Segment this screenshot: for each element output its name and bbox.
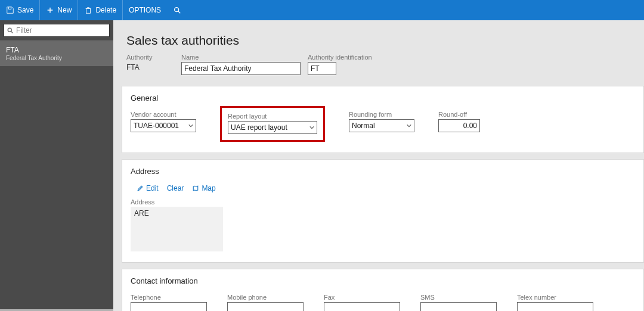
chevron-down-icon: [188, 123, 193, 128]
telephone-input[interactable]: [131, 302, 207, 311]
map-label: Map: [202, 184, 215, 192]
svg-line-9: [11, 32, 13, 33]
general-card: General Vendor account TUAE-000001 Repor…: [122, 86, 644, 153]
new-button[interactable]: New: [40, 0, 78, 20]
delete-button[interactable]: Delete: [78, 0, 123, 20]
report-value: UAE report layout: [231, 123, 287, 132]
options-button[interactable]: OPTIONS: [123, 0, 167, 20]
rounding-form-label: Rounding form: [349, 111, 414, 118]
address-textarea[interactable]: ARE: [131, 207, 223, 251]
fax-label: Fax: [324, 294, 400, 301]
rounding-form-value: Normal: [352, 122, 375, 130]
mobile-label: Mobile phone: [227, 294, 304, 301]
svg-point-6: [175, 8, 179, 12]
telephone-label: Telephone: [131, 294, 207, 301]
save-icon: [6, 6, 14, 14]
id-label: Authority identification: [308, 54, 372, 61]
address-label: Address: [131, 198, 635, 206]
page-title: Sales tax authorities: [113, 20, 644, 54]
clear-link[interactable]: Clear: [167, 184, 184, 192]
map-link[interactable]: Map: [192, 184, 215, 192]
name-input[interactable]: [181, 62, 301, 75]
rounding-form-select[interactable]: Normal: [349, 119, 414, 132]
appbar-search-button[interactable]: [167, 0, 187, 20]
pencil-icon: [137, 185, 144, 192]
vendor-select[interactable]: TUAE-000001: [131, 119, 196, 132]
search-icon: [7, 27, 14, 34]
name-label: Name: [181, 54, 301, 61]
svg-line-7: [178, 11, 181, 14]
sidebar-item-fta[interactable]: FTA Federal Tax Authority: [0, 41, 113, 66]
trash-icon: [84, 6, 92, 14]
delete-label: Delete: [95, 6, 116, 14]
svg-rect-3: [86, 8, 91, 13]
filter-placeholder: Filter: [16, 26, 32, 35]
general-title: General: [131, 94, 635, 102]
telex-label: Telex number: [517, 294, 593, 301]
address-title: Address: [131, 167, 635, 176]
report-label: Report layout: [228, 113, 317, 120]
report-highlight: Report layout UAE report layout: [220, 106, 325, 142]
plus-icon: [46, 6, 54, 14]
chevron-down-icon: [407, 123, 411, 128]
authority-label: Authority: [126, 54, 174, 61]
fax-input[interactable]: [324, 302, 400, 311]
mobile-input[interactable]: [227, 302, 304, 311]
search-icon: [173, 6, 181, 14]
authority-value: FTA: [126, 62, 174, 71]
chevron-down-icon: [309, 125, 314, 130]
map-icon: [192, 185, 199, 192]
sms-label: SMS: [420, 294, 497, 301]
filter-input[interactable]: Filter: [4, 24, 110, 37]
roundoff-input[interactable]: [438, 119, 480, 132]
save-label: Save: [17, 6, 33, 14]
vendor-label: Vendor account: [131, 111, 196, 118]
edit-link[interactable]: Edit: [137, 184, 159, 192]
sidebar-item-code: FTA: [6, 46, 107, 54]
edit-label: Edit: [146, 184, 159, 192]
options-label: OPTIONS: [129, 6, 161, 14]
sidebar: Filter FTA Federal Tax Authority: [0, 20, 113, 311]
report-select[interactable]: UAE report layout: [228, 121, 317, 134]
address-card: Address Edit Clear Map Address ARE: [122, 159, 644, 263]
clear-label: Clear: [167, 184, 184, 192]
new-label: New: [57, 6, 72, 14]
sidebar-item-name: Federal Tax Authority: [6, 55, 107, 61]
contact-card: Contact information Telephone Mobile pho…: [122, 269, 644, 311]
svg-point-8: [8, 28, 11, 32]
save-button[interactable]: Save: [0, 0, 40, 20]
contact-title: Contact information: [131, 276, 635, 285]
svg-rect-0: [8, 7, 11, 10]
telex-input[interactable]: [517, 302, 593, 311]
sms-input[interactable]: [420, 302, 497, 311]
roundoff-label: Round-off: [438, 111, 480, 118]
vendor-value: TUAE-000001: [134, 122, 179, 130]
id-input[interactable]: [308, 62, 336, 75]
